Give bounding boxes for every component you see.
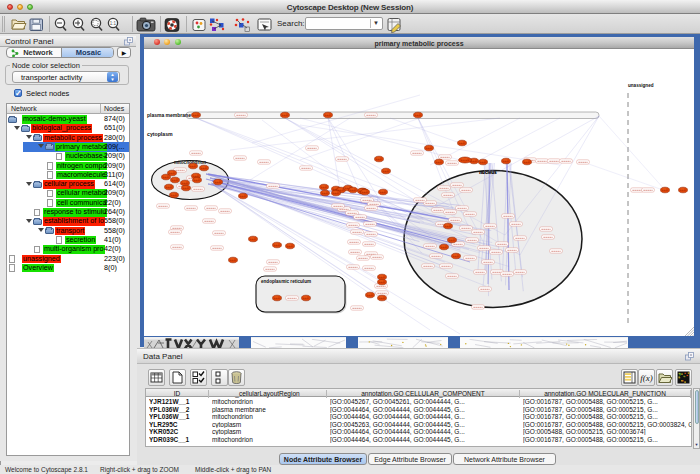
svg-text:f(x): f(x) (640, 373, 653, 383)
svg-text:unassigned: unassigned (628, 83, 654, 88)
svg-text:plasma membrane: plasma membrane (147, 112, 191, 118)
svg-text:endoplasmic reticulum: endoplasmic reticulum (261, 279, 311, 284)
svg-text:nucleus: nucleus (479, 170, 497, 175)
svg-text:cytoplasm: cytoplasm (147, 131, 173, 137)
svg-text:1:1: 1:1 (110, 21, 117, 26)
